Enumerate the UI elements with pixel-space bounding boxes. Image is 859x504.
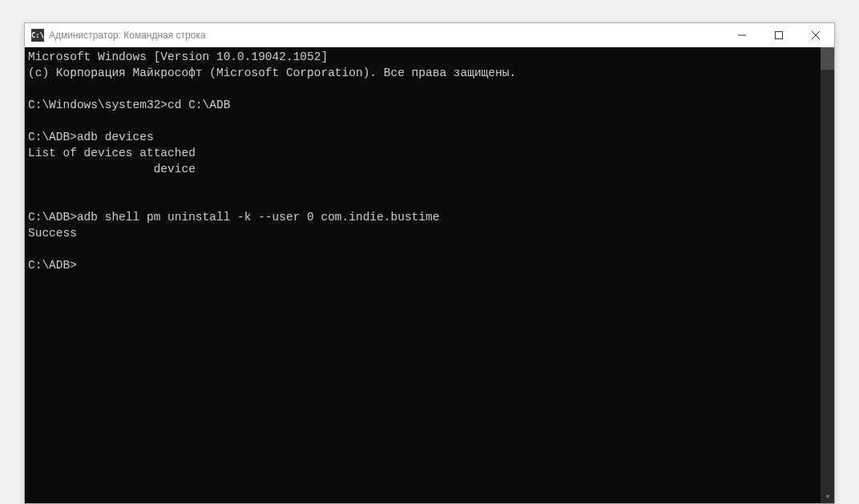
terminal-container: Microsoft Windows [Version 10.0.19042.10…	[25, 47, 834, 503]
command-prompt-window: C:\ Администратор: Командная строка Micr…	[24, 22, 835, 504]
titlebar[interactable]: C:\ Администратор: Командная строка	[25, 23, 834, 47]
minimize-button[interactable]	[724, 23, 760, 47]
svg-rect-1	[776, 32, 783, 39]
scrollbar-thumb[interactable]	[821, 47, 834, 70]
close-button[interactable]	[797, 23, 834, 47]
window-controls	[724, 23, 834, 47]
app-icon: C:\	[31, 29, 44, 42]
terminal-output[interactable]: Microsoft Windows [Version 10.0.19042.10…	[25, 47, 821, 503]
window-title: Администратор: Командная строка	[49, 30, 724, 41]
scroll-down-arrow[interactable]: ▾	[821, 490, 834, 503]
maximize-button[interactable]	[760, 23, 797, 47]
vertical-scrollbar[interactable]: ▾	[821, 47, 834, 503]
